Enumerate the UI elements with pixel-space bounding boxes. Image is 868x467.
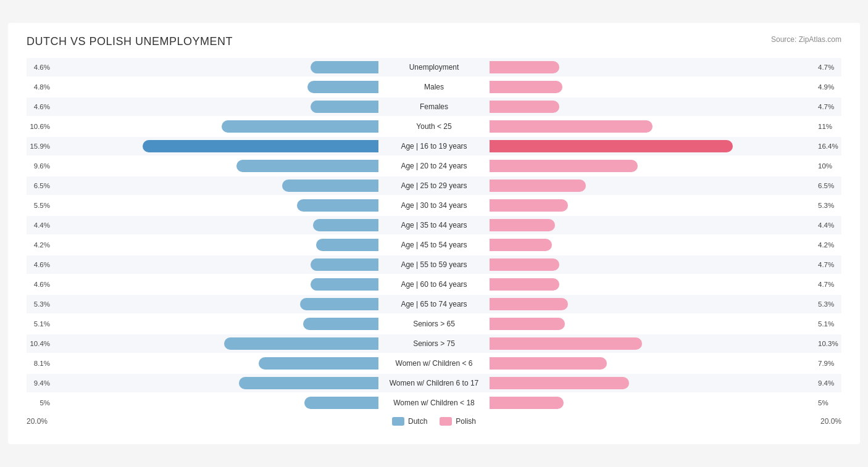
value-right: 4.7% — [818, 64, 841, 71]
bar-polish — [490, 219, 555, 231]
chart-footer: 20.0% Dutch Polish 20.0% — [27, 417, 841, 426]
legend-polish: Polish — [440, 417, 476, 426]
bar-label: Women w/ Children < 18 — [378, 399, 490, 407]
value-left: 4.2% — [27, 241, 50, 249]
value-right: 4.4% — [818, 221, 841, 229]
bar-dutch — [304, 397, 378, 409]
bar-row: 5.3%Age | 65 to 74 years5.3% — [27, 295, 841, 313]
bar-polish — [490, 101, 559, 113]
chart-area: 4.6%Unemployment4.7%4.8%Males4.9%4.6%Fem… — [27, 58, 841, 412]
bar-label: Youth < 25 — [378, 122, 490, 131]
value-right: 11% — [818, 123, 841, 130]
bar-row: 4.8%Males4.9% — [27, 78, 841, 96]
bar-polish — [490, 61, 559, 73]
value-right: 4.9% — [818, 83, 841, 91]
bar-dutch — [313, 219, 378, 231]
value-left: 10.6% — [27, 123, 50, 130]
bar-row: 4.6%Age | 60 to 64 years4.7% — [27, 275, 841, 294]
value-left: 5.3% — [27, 300, 50, 308]
value-left: 6.5% — [27, 182, 50, 189]
bar-polish — [490, 377, 629, 389]
bar-dutch — [297, 199, 378, 212]
bar-label: Women w/ Children < 6 — [378, 359, 490, 368]
bar-row: 4.6%Females4.7% — [27, 97, 841, 116]
value-left: 5% — [27, 399, 50, 407]
legend-dutch-icon — [392, 417, 404, 426]
bar-dutch — [236, 160, 378, 172]
chart-title: DUTCH VS POLISH UNEMPLOYMENT — [27, 35, 233, 48]
bar-label: Age | 25 to 29 years — [378, 181, 490, 190]
bar-dutch — [311, 278, 378, 291]
bar-dutch — [311, 258, 378, 271]
legend-polish-icon — [440, 417, 452, 426]
bar-label: Age | 65 to 74 years — [378, 300, 490, 308]
bar-dutch — [224, 337, 378, 350]
value-right: 5% — [818, 399, 841, 407]
bar-dutch — [259, 357, 378, 370]
bar-dutch — [307, 81, 378, 93]
legend-polish-label: Polish — [456, 417, 476, 426]
bar-polish — [490, 278, 559, 291]
value-left: 4.6% — [27, 103, 50, 110]
value-left: 8.1% — [27, 360, 50, 367]
bar-row: 4.6%Unemployment4.7% — [27, 58, 841, 76]
legend: Dutch Polish — [392, 417, 476, 426]
bar-row: 5.1%Seniors > 655.1% — [27, 315, 841, 333]
bar-dutch — [311, 61, 378, 73]
value-left: 4.6% — [27, 281, 50, 288]
bar-polish — [490, 239, 552, 251]
legend-dutch: Dutch — [392, 417, 427, 426]
bar-polish — [490, 337, 642, 350]
axis-label-left: 20.0% — [27, 417, 48, 426]
bar-label: Males — [378, 83, 490, 91]
bar-row: 4.2%Age | 45 to 54 years4.2% — [27, 236, 841, 254]
bar-polish — [490, 199, 568, 212]
bar-label: Age | 55 to 59 years — [378, 260, 490, 269]
bar-polish — [490, 357, 607, 370]
value-left: 9.4% — [27, 379, 50, 387]
bar-label: Age | 16 to 19 years — [378, 142, 490, 151]
value-left: 5.1% — [27, 320, 50, 328]
bar-row: 6.5%Age | 25 to 29 years6.5% — [27, 176, 841, 195]
value-right: 5.3% — [818, 300, 841, 308]
bar-row: 8.1%Women w/ Children < 67.9% — [27, 354, 841, 373]
bar-label: Age | 45 to 54 years — [378, 241, 490, 249]
bar-label: Seniors > 75 — [378, 339, 490, 348]
value-right: 16.4% — [818, 143, 841, 150]
value-right: 6.5% — [818, 182, 841, 189]
value-left: 10.4% — [27, 340, 50, 347]
bar-dutch — [311, 101, 378, 113]
value-right: 5.3% — [818, 202, 841, 209]
bar-label: Age | 60 to 64 years — [378, 280, 490, 289]
bar-dutch — [143, 140, 378, 152]
bar-dutch — [239, 377, 378, 389]
bar-dutch — [300, 298, 378, 310]
value-left: 5.5% — [27, 202, 50, 209]
chart-container: DUTCH VS POLISH UNEMPLOYMENT Source: Zip… — [8, 23, 860, 444]
bar-polish — [490, 298, 568, 310]
bar-row: 10.6%Youth < 2511% — [27, 117, 841, 136]
bar-polish — [490, 318, 565, 330]
bar-dutch — [222, 120, 378, 133]
value-left: 9.6% — [27, 162, 50, 170]
value-right: 7.9% — [818, 360, 841, 367]
bar-dutch — [282, 180, 378, 192]
bar-polish — [490, 397, 564, 409]
bar-label: Females — [378, 102, 490, 111]
bar-label: Women w/ Children 6 to 17 — [378, 379, 490, 387]
bar-row: 5.5%Age | 30 to 34 years5.3% — [27, 196, 841, 215]
value-left: 4.4% — [27, 221, 50, 229]
axis-label-right: 20.0% — [820, 417, 841, 426]
bar-label: Age | 30 to 34 years — [378, 201, 490, 210]
value-left: 4.8% — [27, 83, 50, 91]
bar-row: 4.4%Age | 35 to 44 years4.4% — [27, 216, 841, 234]
value-right: 9.4% — [818, 379, 841, 387]
value-right: 10.3% — [818, 340, 841, 347]
bar-label: Unemployment — [378, 63, 490, 72]
value-right: 4.7% — [818, 261, 841, 268]
bar-label: Age | 20 to 24 years — [378, 162, 490, 170]
value-left: 4.6% — [27, 64, 50, 71]
value-right: 10% — [818, 162, 841, 170]
value-left: 4.6% — [27, 261, 50, 268]
bar-row: 15.9%Age | 16 to 19 years16.4% — [27, 137, 841, 155]
